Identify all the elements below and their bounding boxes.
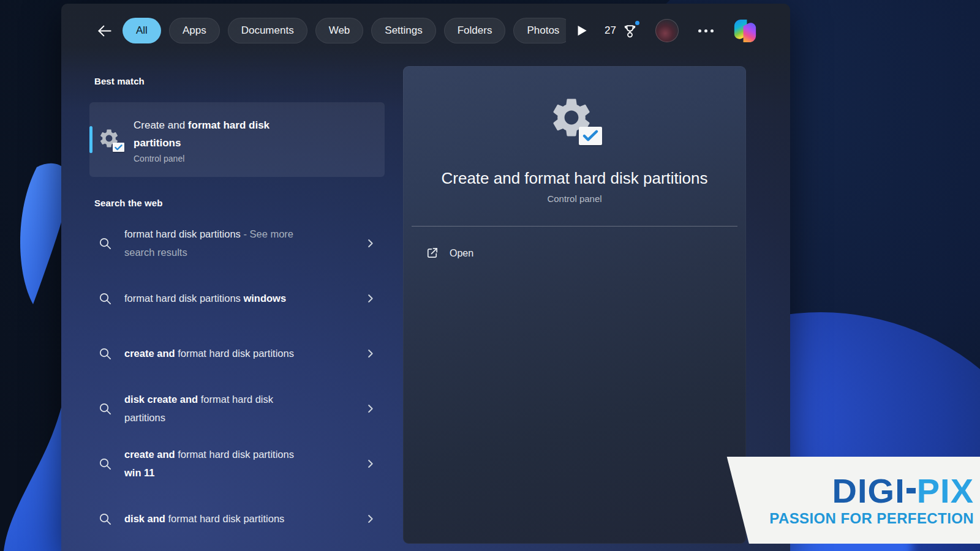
user-avatar[interactable] bbox=[655, 19, 679, 42]
disk-management-icon bbox=[98, 127, 124, 152]
arrow-left-icon bbox=[96, 23, 113, 39]
chevron-right-icon[interactable] bbox=[364, 403, 376, 414]
best-match-text: Create and format hard disk partitions C… bbox=[134, 116, 317, 163]
search-the-web-heading: Search the web bbox=[94, 198, 385, 208]
chevron-right-icon[interactable] bbox=[364, 458, 376, 470]
web-suggestion-1[interactable]: format hard disk partitions windows bbox=[89, 271, 385, 326]
filter-tab-all[interactable]: All bbox=[123, 18, 161, 43]
open-action[interactable]: Open bbox=[418, 240, 481, 266]
suggestion-text: format hard disk partitions windows bbox=[124, 289, 299, 307]
web-suggestion-3[interactable]: disk create and format hard disk partiti… bbox=[89, 381, 385, 436]
web-suggestion-4[interactable]: create and format hard disk partitions w… bbox=[89, 436, 385, 491]
chevron-right-icon[interactable] bbox=[364, 293, 376, 304]
filter-tab-settings[interactable]: Settings bbox=[371, 18, 435, 43]
filter-tab-documents[interactable]: Documents bbox=[228, 18, 307, 43]
screen: AllAppsDocumentsWebSettingsFoldersPhotos… bbox=[0, 0, 980, 551]
rewards-button[interactable]: 27 bbox=[605, 23, 638, 39]
rewards-count: 27 bbox=[605, 24, 616, 37]
more-options-button[interactable] bbox=[697, 26, 715, 36]
suggestion-text: disk create and format hard disk partiti… bbox=[124, 390, 299, 427]
chevron-right-icon[interactable] bbox=[364, 238, 376, 249]
search-icon bbox=[98, 236, 112, 250]
digipix-watermark: DIGI PIX PASSION FOR PERFECTION bbox=[713, 457, 980, 544]
filter-tab-folders[interactable]: Folders bbox=[444, 18, 506, 43]
web-suggestion-5[interactable]: disk and format hard disk partitions bbox=[89, 491, 385, 546]
suggestion-text: format hard disk partitions - See more s… bbox=[124, 225, 299, 261]
logo-pix: PIX bbox=[917, 474, 974, 508]
search-icon bbox=[98, 347, 112, 361]
search-icon bbox=[98, 512, 112, 526]
filter-tab-photos[interactable]: Photos bbox=[513, 18, 566, 43]
search-icon bbox=[98, 402, 112, 416]
logo-digi: DIGI bbox=[832, 474, 905, 508]
web-suggestion-0[interactable]: format hard disk partitions - See more s… bbox=[89, 216, 385, 271]
details-title: Create and format hard disk partitions bbox=[409, 169, 740, 188]
suggestion-text: disk and format hard disk partitions bbox=[124, 509, 299, 528]
suggestion-text: create and format hard disk partitions bbox=[124, 344, 299, 362]
check-badge-icon bbox=[579, 127, 602, 145]
rewards-trophy-icon bbox=[622, 23, 638, 39]
digipix-tagline: PASSION FOR PERFECTION bbox=[769, 510, 974, 527]
back-button[interactable] bbox=[94, 21, 114, 40]
search-icon bbox=[98, 291, 112, 305]
chevron-right-icon[interactable] bbox=[364, 513, 376, 525]
notification-dot bbox=[635, 21, 639, 25]
results-column: Best match Create and format hard disk p… bbox=[89, 76, 385, 546]
best-match-heading: Best match bbox=[94, 76, 385, 86]
check-badge-icon bbox=[113, 143, 124, 152]
copilot-button[interactable] bbox=[731, 17, 760, 45]
open-label: Open bbox=[450, 248, 473, 259]
details-divider bbox=[412, 226, 737, 227]
best-match-title: Create and format hard disk partitions bbox=[134, 116, 317, 152]
copilot-icon bbox=[731, 17, 760, 45]
web-suggestions-list: format hard disk partitions - See more s… bbox=[89, 216, 385, 546]
details-subtitle: Control panel bbox=[403, 193, 746, 204]
chevron-right-icon[interactable] bbox=[364, 348, 376, 359]
best-match-result[interactable]: Create and format hard disk partitions C… bbox=[89, 102, 385, 177]
result-details-panel: Create and format hard disk partitions C… bbox=[403, 66, 746, 544]
search-flyout: AllAppsDocumentsWebSettingsFoldersPhotos… bbox=[61, 4, 790, 551]
best-match-subtitle: Control panel bbox=[134, 154, 317, 163]
web-suggestion-2[interactable]: create and format hard disk partitions bbox=[89, 326, 385, 381]
search-icon bbox=[98, 457, 112, 471]
filter-tabs: AllAppsDocumentsWebSettingsFoldersPhotos bbox=[123, 18, 566, 43]
filter-tab-web[interactable]: Web bbox=[315, 18, 364, 43]
filter-tab-apps[interactable]: Apps bbox=[169, 18, 220, 43]
ellipsis-icon bbox=[698, 29, 701, 32]
logo-dash bbox=[907, 488, 916, 493]
suggestion-text: create and format hard disk partitions w… bbox=[124, 445, 299, 482]
search-filter-bar: AllAppsDocumentsWebSettingsFoldersPhotos… bbox=[61, 4, 790, 58]
digipix-logo: DIGI PIX bbox=[832, 474, 974, 508]
tabs-scroll-right-button[interactable] bbox=[572, 21, 590, 40]
disk-management-icon-large bbox=[548, 94, 601, 144]
selection-accent-bar bbox=[89, 126, 92, 153]
external-link-icon bbox=[425, 246, 439, 260]
play-right-icon bbox=[573, 23, 589, 39]
